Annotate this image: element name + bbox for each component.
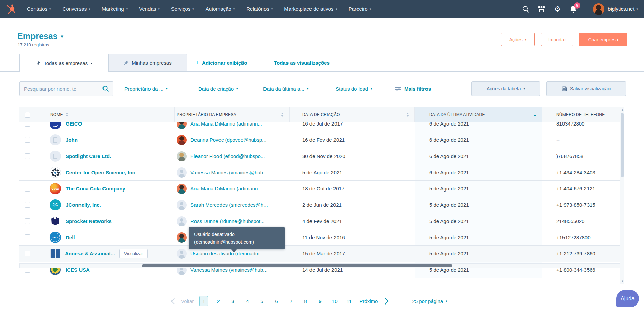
account-avatar[interactable] xyxy=(593,3,604,15)
table-row[interactable]: Spotlight Care Ltd. Eleanor Flood (efloo… xyxy=(19,148,620,164)
marketplace-icon[interactable] xyxy=(537,5,546,14)
chevron-right-icon[interactable] xyxy=(383,298,389,304)
column-header-owner[interactable]: PROPRIETÁRIO DA EMPRESA xyxy=(175,107,290,122)
select-all-checkbox[interactable] xyxy=(25,112,30,118)
company-name-link[interactable]: The Coca Cola Company xyxy=(66,186,125,192)
owner-link[interactable]: Ana Maria DiMarino (adimarin... xyxy=(190,186,262,192)
add-view-link[interactable]: + Adicionar exibição xyxy=(195,54,247,72)
page-button[interactable]: 4 xyxy=(243,296,252,306)
sort-arrows-icon[interactable] xyxy=(406,113,409,117)
table-row[interactable]: JConnelly, Inc. Sarah Mercedes (smercede… xyxy=(19,197,620,213)
table-row[interactable]: Sprocket Networks Ross Dunne (rdunne@hub… xyxy=(19,213,620,229)
page-button[interactable]: 5 xyxy=(257,296,266,306)
company-name-link[interactable]: John xyxy=(66,137,78,143)
horizontal-scrollbar[interactable] xyxy=(19,263,620,268)
search-input[interactable] xyxy=(20,86,102,92)
row-checkbox[interactable] xyxy=(25,202,30,208)
page-button[interactable]: 7 xyxy=(286,296,295,306)
row-checkbox[interactable] xyxy=(25,234,30,240)
owner-link[interactable]: Deanna Povec (dpovec@hubsp... xyxy=(190,137,267,143)
help-button[interactable]: Ajuda xyxy=(616,290,639,307)
column-header-create-date[interactable]: DATA DE CRIAÇÃO xyxy=(290,107,415,122)
row-checkbox[interactable] xyxy=(25,170,30,175)
more-filters-button[interactable]: Mais filtros xyxy=(395,81,431,96)
filter-lead-status[interactable]: Status do lead▾ xyxy=(336,81,372,96)
company-name-link[interactable]: GEICO xyxy=(66,122,82,127)
page-button[interactable]: 10 xyxy=(330,296,339,306)
chevron-left-icon[interactable] xyxy=(171,298,177,304)
nav-item[interactable]: Vendas▾ xyxy=(133,6,165,12)
notifications-icon[interactable]: 5 xyxy=(569,5,578,14)
scroll-up-icon[interactable]: ▲ xyxy=(620,108,625,111)
preview-button[interactable]: Visualizar xyxy=(119,249,148,258)
sort-desc-icon[interactable] xyxy=(534,113,536,117)
page-button[interactable]: 6 xyxy=(272,296,281,306)
company-name-link[interactable]: Sprocket Networks xyxy=(66,218,112,224)
nav-item[interactable]: Serviços▾ xyxy=(165,6,200,12)
row-checkbox[interactable] xyxy=(25,186,30,192)
page-button[interactable]: 8 xyxy=(301,296,310,306)
owner-link[interactable]: Ross Dunne (rdunne@hubspot... xyxy=(190,218,265,224)
page-title[interactable]: Empresas▾ xyxy=(17,31,63,41)
company-name-link[interactable]: Spotlight Care Ltd. xyxy=(66,153,111,159)
prev-page-button[interactable]: Voltar xyxy=(181,298,194,304)
row-checkbox[interactable] xyxy=(25,251,30,256)
table-actions-button[interactable]: Ações da tabela▾ xyxy=(472,81,540,96)
nav-item[interactable]: Contatos▾ xyxy=(21,6,57,12)
settings-icon[interactable]: ⚙ xyxy=(553,5,562,14)
row-checkbox[interactable] xyxy=(25,137,30,143)
import-button[interactable]: Importar xyxy=(541,33,573,46)
company-name-link[interactable]: Annese & Associat... xyxy=(65,251,115,256)
owner-link[interactable]: Eleanor Flood (eflood@hubspo... xyxy=(190,153,265,159)
page-button[interactable]: 9 xyxy=(316,296,324,306)
page-size-select[interactable]: 25 por página▾ xyxy=(412,298,447,304)
next-page-button[interactable]: Próximo xyxy=(359,298,378,304)
account-menu[interactable]: biglytics.net ▾ xyxy=(608,6,638,12)
row-checkbox[interactable] xyxy=(25,122,30,127)
owner-link[interactable]: Vanessa Maines (vmaines@hub... xyxy=(190,170,268,175)
vertical-scrollbar-thumb[interactable] xyxy=(621,113,624,177)
scroll-down-icon[interactable]: ▼ xyxy=(620,280,625,283)
nav-item[interactable]: Relatórios▾ xyxy=(240,6,278,12)
nav-item[interactable]: Conversas▾ xyxy=(57,6,96,12)
company-name-link[interactable]: Center for Open Science, Inc xyxy=(66,170,135,175)
tab-all-companies[interactable]: Todas as empresas ▾ xyxy=(19,54,109,72)
column-header-name[interactable]: NOME xyxy=(43,107,175,122)
company-name-link[interactable]: Dell xyxy=(66,234,75,240)
company-name-link[interactable]: JConnelly, Inc. xyxy=(66,202,101,208)
nav-item[interactable]: Marketplace de ativos▾ xyxy=(278,6,343,12)
owner-link[interactable]: Sarah Mercedes (smercedes@h... xyxy=(190,202,268,208)
table-row[interactable]: The Coca Cola Company Ana Maria DiMarino… xyxy=(19,181,620,197)
row-checkbox[interactable] xyxy=(25,218,30,224)
column-header-phone[interactable]: NÚMERO DE TELEFONE xyxy=(542,107,620,122)
owner-link[interactable]: Ana Maria DiMarino (adimarin... xyxy=(190,122,262,127)
owner-link[interactable]: Usuário desativado (demoadm... xyxy=(190,251,264,256)
hubspot-logo-icon[interactable] xyxy=(5,3,17,15)
nav-item[interactable]: Marketing▾ xyxy=(96,6,133,12)
page-button[interactable]: 1 xyxy=(199,296,208,306)
table-row[interactable]: Annese & Associat... Visualizar Usuário … xyxy=(19,246,620,262)
vertical-scrollbar[interactable]: ▲ ▼ xyxy=(620,107,624,284)
table-row[interactable]: Center for Open Science, Inc Vanessa Mai… xyxy=(19,164,620,181)
create-company-button[interactable]: Criar empresa xyxy=(579,33,627,46)
page-button[interactable]: 11 xyxy=(345,296,353,306)
table-row[interactable]: Dell 11 de Nov de 2016 5 de Ago de 2021 … xyxy=(19,229,620,246)
actions-button[interactable]: Ações▾ xyxy=(501,33,535,46)
row-checkbox[interactable] xyxy=(25,153,30,159)
sort-arrows-icon[interactable] xyxy=(66,113,68,117)
page-button[interactable]: 3 xyxy=(228,296,237,306)
filter-last-activity[interactable]: Data da última a...▾ xyxy=(263,81,308,96)
column-header-last-activity[interactable]: DATA DA ÚLTIMA ATIVIDADE xyxy=(415,107,542,122)
table-row[interactable]: GEICO Ana Maria DiMarino (adimarin... 16… xyxy=(19,122,620,132)
save-view-button[interactable]: Salvar visualização xyxy=(546,81,626,96)
horizontal-scrollbar-thumb[interactable] xyxy=(142,264,452,267)
table-row[interactable]: John Deanna Povec (dpovec@hubsp... 16 de… xyxy=(19,132,620,148)
page-button[interactable]: 2 xyxy=(214,296,223,306)
filter-company-owner[interactable]: Proprietário da ...▾ xyxy=(124,81,168,96)
filter-create-date[interactable]: Data de criação▾ xyxy=(198,81,238,96)
search-icon[interactable] xyxy=(521,5,530,14)
nav-item[interactable]: Parceiro▾ xyxy=(343,6,377,12)
nav-item[interactable]: Automação▾ xyxy=(200,6,240,12)
sort-arrows-icon[interactable] xyxy=(281,113,284,117)
tab-my-companies[interactable]: Minhas empresas xyxy=(108,54,187,72)
